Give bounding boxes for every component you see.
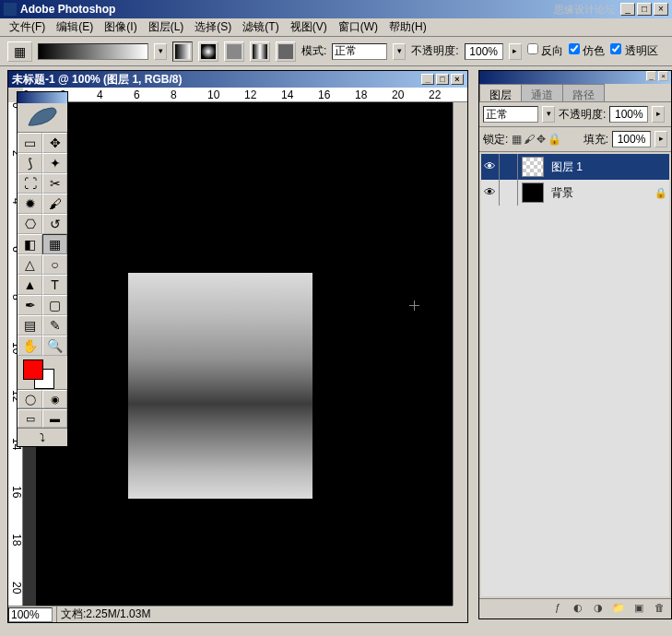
gradient-linear-button[interactable] xyxy=(172,41,193,62)
lock-position-icon[interactable]: ✥ xyxy=(536,133,546,146)
layer-folder-button[interactable]: 📁 xyxy=(610,602,627,617)
tab-channels[interactable]: 通道 xyxy=(521,84,563,101)
tab-paths[interactable]: 路径 xyxy=(562,84,605,101)
gradient-radial-button[interactable] xyxy=(198,41,218,62)
stamp-tool[interactable]: ⎔ xyxy=(18,214,42,234)
panel-close-button[interactable]: × xyxy=(658,71,668,81)
dodge-tool[interactable]: ○ xyxy=(42,254,67,275)
screen-standard-button[interactable]: ▭ xyxy=(18,409,42,428)
canvas-viewport[interactable] xyxy=(23,102,453,606)
menu-file[interactable]: 文件(F) xyxy=(4,18,51,37)
menu-help[interactable]: 帮助(H) xyxy=(383,18,432,37)
eyedropper-tool[interactable]: ✎ xyxy=(42,315,67,336)
layer-thumbnail[interactable] xyxy=(522,157,544,177)
lasso-tool[interactable]: ⟆ xyxy=(18,153,42,173)
lock-all-icon[interactable]: 🔒 xyxy=(548,133,561,146)
layer-blend-select[interactable] xyxy=(483,106,538,123)
gradient-tool[interactable]: ▦ xyxy=(42,234,67,254)
slice-tool[interactable]: ✂ xyxy=(42,173,67,194)
blur-tool[interactable]: △ xyxy=(18,254,42,275)
wand-tool[interactable]: ✦ xyxy=(42,153,67,173)
opacity-arrow[interactable]: ▸ xyxy=(509,43,522,60)
doc-close-button[interactable]: × xyxy=(451,74,464,85)
gradient-picker-arrow[interactable]: ▾ xyxy=(154,43,167,60)
layer-row[interactable]: 👁图层 1 xyxy=(481,154,669,180)
gradient-reflected-button[interactable] xyxy=(250,41,270,62)
delete-layer-button[interactable]: 🗑 xyxy=(651,602,667,617)
zoom-input[interactable] xyxy=(8,607,53,622)
menu-filter[interactable]: 滤镜(T) xyxy=(237,18,284,37)
path-select-tool[interactable]: ▲ xyxy=(18,275,42,295)
transparency-checkbox-label[interactable]: 透明区 xyxy=(610,43,657,59)
notes-tool[interactable]: ▤ xyxy=(18,315,42,336)
layer-name[interactable]: 背景 xyxy=(548,185,654,201)
layer-thumbnail[interactable] xyxy=(522,183,544,203)
menu-select[interactable]: 选择(S) xyxy=(189,18,237,37)
layer-mask-button[interactable]: ◐ xyxy=(570,602,586,617)
jump-to-imageready-button[interactable]: ⤵ xyxy=(18,428,67,446)
close-button[interactable]: × xyxy=(654,3,668,16)
reverse-checkbox-label[interactable]: 反向 xyxy=(527,43,563,59)
menu-window[interactable]: 窗口(W) xyxy=(333,18,383,37)
layer-opacity-input[interactable] xyxy=(609,106,648,123)
link-cell[interactable] xyxy=(500,154,518,180)
layer-list[interactable]: 👁图层 1👁背景🔒 xyxy=(481,154,669,596)
reverse-checkbox[interactable] xyxy=(527,43,538,54)
gradient-preview[interactable] xyxy=(38,43,148,60)
document-titlebar[interactable]: 未标题-1 @ 100% (图层 1, RGB/8) _ □ × xyxy=(8,71,467,88)
lock-transparency-icon[interactable]: ▦ xyxy=(512,133,522,146)
dither-checkbox-label[interactable]: 仿色 xyxy=(569,43,605,59)
lock-pixels-icon[interactable]: 🖌 xyxy=(524,133,535,146)
vertical-scrollbar[interactable] xyxy=(453,102,467,606)
layer-fx-button[interactable]: ƒ xyxy=(549,602,566,617)
gradient-diamond-button[interactable] xyxy=(276,41,296,62)
zoom-tool[interactable]: 🔍 xyxy=(42,336,67,356)
visibility-toggle-icon[interactable]: 👁 xyxy=(481,154,500,180)
tab-layers[interactable]: 图层 xyxy=(479,84,522,101)
layer-name[interactable]: 图层 1 xyxy=(548,159,654,175)
doc-minimize-button[interactable]: _ xyxy=(421,74,434,85)
crop-tool[interactable]: ⛶ xyxy=(18,173,42,194)
type-tool[interactable]: T xyxy=(42,275,67,295)
fill-input[interactable] xyxy=(612,131,651,147)
screen-full-menu-button[interactable]: ▬ xyxy=(42,409,67,428)
doc-maximize-button[interactable]: □ xyxy=(436,74,449,85)
horizontal-ruler[interactable]: 0246810121416182022 xyxy=(23,88,467,102)
menu-edit[interactable]: 编辑(E) xyxy=(51,18,99,37)
history-brush-tool[interactable]: ↺ xyxy=(42,214,67,234)
marquee-tool[interactable]: ▭ xyxy=(18,133,42,153)
move-tool[interactable]: ✥ xyxy=(42,133,67,153)
document-info[interactable]: 文档:2.25M/1.03M xyxy=(56,607,453,622)
shape-tool[interactable]: ▢ xyxy=(42,295,67,315)
foreground-color-swatch[interactable] xyxy=(23,359,43,380)
transparency-checkbox[interactable] xyxy=(610,43,621,54)
layer-adjust-button[interactable]: ◑ xyxy=(590,602,607,617)
link-cell[interactable] xyxy=(500,180,518,206)
toolbox[interactable]: ▭ ✥ ⟆ ✦ ⛶ ✂ ✹ 🖌 ⎔ ↺ ◧ ▦ △ ○ ▲ T ✒ ▢ ▤ ✎ … xyxy=(17,91,68,447)
panel-drag-handle[interactable]: _ × xyxy=(479,71,671,84)
document-canvas[interactable] xyxy=(36,102,453,606)
standard-mode-button[interactable]: ◯ xyxy=(18,390,42,408)
maximize-button[interactable]: □ xyxy=(637,3,652,16)
mode-arrow[interactable]: ▾ xyxy=(393,43,406,60)
opacity-input[interactable] xyxy=(465,43,503,60)
menu-layer[interactable]: 图层(L) xyxy=(143,18,190,37)
gradient-angle-button[interactable] xyxy=(224,41,244,62)
brush-tool[interactable]: 🖌 xyxy=(42,194,67,214)
blend-mode-select[interactable] xyxy=(332,43,387,60)
pen-tool[interactable]: ✒ xyxy=(18,295,42,315)
hand-tool[interactable]: ✋ xyxy=(18,336,42,356)
minimize-button[interactable]: _ xyxy=(620,3,635,16)
layer-blend-arrow[interactable]: ▾ xyxy=(542,106,555,123)
new-layer-button[interactable]: ▣ xyxy=(631,602,647,617)
fill-arrow[interactable]: ▸ xyxy=(654,131,667,147)
heal-tool[interactable]: ✹ xyxy=(18,194,42,214)
dither-checkbox[interactable] xyxy=(569,43,580,54)
layer-row[interactable]: 👁背景🔒 xyxy=(481,180,669,206)
quickmask-mode-button[interactable]: ◉ xyxy=(42,390,67,408)
menu-image[interactable]: 图像(I) xyxy=(99,18,142,37)
toolbox-drag-handle[interactable] xyxy=(18,92,67,103)
eraser-tool[interactable]: ◧ xyxy=(18,234,42,254)
layer-opacity-arrow[interactable]: ▸ xyxy=(652,106,665,123)
panel-minimize-button[interactable]: _ xyxy=(646,71,656,81)
